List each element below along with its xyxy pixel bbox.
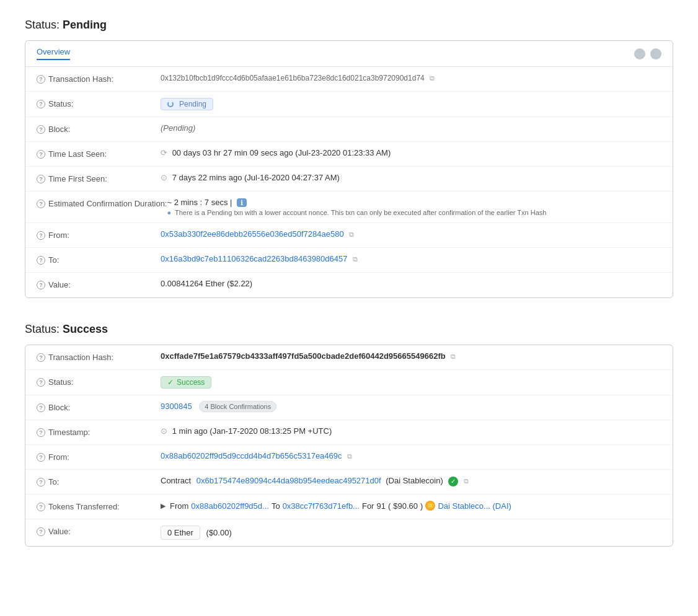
row-timestamp-success: ? Timestamp: ⊙ 1 min ago (Jan-17-2020 08… <box>25 420 673 445</box>
pending-dot-icon <box>167 101 174 107</box>
value-value-success: 0 Ether ($0.00) <box>161 526 661 540</box>
row-status-pending: ? Status: Pending <box>25 92 673 117</box>
from-address-link-pending[interactable]: 0x53ab330f2ee86debb26556e036ed50f7284ae5… <box>161 229 344 239</box>
question-icon: ? <box>37 100 45 108</box>
question-icon: ? <box>37 150 45 159</box>
row-estimated-confirmation: ? Estimated Confirmation Duration: ~ 2 m… <box>25 191 673 223</box>
row-value-pending: ? Value: 0.00841264 Ether ($2.22) <box>25 273 673 297</box>
copy-icon-to-pending[interactable]: ⧉ <box>353 255 358 263</box>
value-status-pending: Pending <box>161 98 661 110</box>
confirmation-note: ● There is a Pending txn with a lower ac… <box>167 209 661 216</box>
success-card: ? Transaction Hash: 0xcffade7f5e1a67579c… <box>25 345 673 547</box>
tab-overview-pending[interactable]: Overview <box>37 47 70 60</box>
header-icons-pending <box>634 48 661 59</box>
question-icon: ? <box>37 353 45 362</box>
label-value-pending: ? Value: <box>37 279 161 289</box>
question-icon: ? <box>37 125 45 134</box>
value-value-pending: 0.00841264 Ether ($2.22) <box>161 279 661 288</box>
label-to-pending: ? To: <box>37 254 161 265</box>
arrow-icon: ▶ <box>161 502 166 510</box>
to-address-link-pending[interactable]: 0x16a3bd9c7eb11106326cad2263bd8463980d64… <box>161 254 347 263</box>
value-time-first-seen: ⊙ 7 days 22 mins ago (Jul-16-2020 04:27:… <box>161 173 661 182</box>
question-icon: ? <box>37 503 45 511</box>
tokens-row: ▶ From 0x88ab60202ff9d5d... To 0x38cc7f7… <box>161 501 661 511</box>
label-status-pending: ? Status: <box>37 98 161 108</box>
question-icon: ? <box>37 231 45 240</box>
value-transaction-hash-pending: 0x132b10fbcb1d9fccc4d6b05afaae1e61b6ba72… <box>161 73 661 82</box>
label-time-first-seen: ? Time First Seen: <box>37 173 161 183</box>
circle-icon-1 <box>634 48 645 59</box>
row-to-success: ? To: Contract 0x6b175474e89094c44da98b9… <box>25 470 673 495</box>
value-timestamp-success: ⊙ 1 min ago (Jan-17-2020 08:13:25 PM +UT… <box>161 426 661 436</box>
value-from-success: 0x88ab60202ff9d5d9ccdd4b4d7b656c5317ea46… <box>161 451 661 460</box>
value-time-last-seen: ⟳ 00 days 03 hr 27 min 09 secs ago (Jul-… <box>161 148 661 157</box>
label-tokens-transferred: ? Tokens Transferred: <box>37 501 161 511</box>
row-transaction-hash-pending: ? Transaction Hash: 0x132b10fbcb1d9fccc4… <box>25 67 673 92</box>
row-tokens-transferred: ? Tokens Transferred: ▶ From 0x88ab60202… <box>25 495 673 519</box>
copy-icon-to-success[interactable]: ⧉ <box>464 477 469 485</box>
tokens-to-link[interactable]: 0x38cc7f763d71efb... <box>283 501 360 511</box>
copy-icon-txhash-pending[interactable]: ⧉ <box>430 74 435 82</box>
label-block-pending: ? Block: <box>37 123 161 134</box>
ether-value-box: 0 Ether <box>161 526 200 540</box>
status-badge-success: ✓ Success <box>161 376 211 389</box>
row-value-success: ? Value: 0 Ether ($0.00) <box>25 519 673 546</box>
value-block-success: 9300845 4 Block Confirmations <box>161 402 661 411</box>
value-from-pending: 0x53ab330f2ee86debb26556e036ed50f7284ae5… <box>161 229 661 239</box>
value-transaction-hash-success: 0xcffade7f5e1a67579cb4333aff497fd5a500cb… <box>161 351 661 361</box>
confirmations-badge: 4 Block Confirmations <box>199 401 276 412</box>
contract-address-link[interactable]: 0x6b175474e89094c44da98b954eedeac495271d… <box>197 476 381 485</box>
question-icon: ? <box>37 200 45 208</box>
value-estimated-confirmation: ~ 2 mins : 7 secs | ℹ ● There is a Pendi… <box>167 198 661 216</box>
label-from-pending: ? From: <box>37 229 161 240</box>
question-icon: ? <box>37 403 45 412</box>
label-status-success: ? Status: <box>37 376 161 387</box>
spinner-icon: ⟳ <box>161 148 167 157</box>
dai-token-link[interactable]: Dai Stableco... (DAI) <box>438 501 511 511</box>
row-from-success: ? From: 0x88ab60202ff9d5d9ccdd4b4d7b656c… <box>25 445 673 470</box>
row-block-success: ? Block: 9300845 4 Block Confirmations <box>25 395 673 420</box>
checkmark-icon: ✓ <box>167 378 174 387</box>
from-address-link-success[interactable]: 0x88ab60202ff9d5d9ccdd4b4d7b656c5317ea46… <box>161 451 342 460</box>
contract-verified-icon: ✓ <box>448 477 458 486</box>
block-number-link[interactable]: 9300845 <box>161 402 192 411</box>
confirmation-info-badge: ℹ <box>237 198 247 207</box>
question-icon: ? <box>37 378 45 387</box>
label-to-success: ? To: <box>37 476 161 486</box>
label-estimated-confirmation: ? Estimated Confirmation Duration: <box>37 198 167 208</box>
label-transaction-hash-success: ? Transaction Hash: <box>37 351 161 362</box>
label-value-success: ? Value: <box>37 526 161 536</box>
copy-icon-from-pending[interactable]: ⧉ <box>349 231 354 239</box>
pending-section-title: Status: Pending <box>25 19 673 32</box>
dai-token-icon: 🪙 <box>425 501 435 511</box>
pending-card: Overview ? Transaction Hash: 0x132b10fbc… <box>25 40 673 298</box>
value-to-success: Contract 0x6b175474e89094c44da98b954eede… <box>161 476 661 486</box>
row-from-pending: ? From: 0x53ab330f2ee86debb26556e036ed50… <box>25 223 673 248</box>
row-time-first-seen: ? Time First Seen: ⊙ 7 days 22 mins ago … <box>25 167 673 191</box>
label-block-success: ? Block: <box>37 402 161 412</box>
row-transaction-hash-success: ? Transaction Hash: 0xcffade7f5e1a67579c… <box>25 345 673 370</box>
row-block-pending: ? Block: (Pending) <box>25 117 673 142</box>
value-tokens-transferred: ▶ From 0x88ab60202ff9d5d... To 0x38cc7f7… <box>161 501 661 511</box>
value-status-success: ✓ Success <box>161 376 661 389</box>
card-header-pending: Overview <box>25 41 673 67</box>
question-icon: ? <box>37 175 45 183</box>
label-time-last-seen: ? Time Last Seen: <box>37 148 161 159</box>
question-icon: ? <box>37 256 45 265</box>
question-icon: ? <box>37 75 45 84</box>
circle-icon-2 <box>650 48 661 59</box>
question-icon: ? <box>37 281 45 289</box>
row-time-last-seen: ? Time Last Seen: ⟳ 00 days 03 hr 27 min… <box>25 142 673 167</box>
success-section-title: Status: Success <box>25 323 673 336</box>
tokens-from-link[interactable]: 0x88ab60202ff9d5d... <box>191 501 269 511</box>
row-to-pending: ? To: 0x16a3bd9c7eb11106326cad2263bd8463… <box>25 248 673 273</box>
label-from-success: ? From: <box>37 451 161 462</box>
clock-icon-success: ⊙ <box>161 426 167 436</box>
clock-icon: ⊙ <box>161 173 167 182</box>
value-to-pending: 0x16a3bd9c7eb11106326cad2263bd8463980d64… <box>161 254 661 263</box>
row-status-success: ? Status: ✓ Success <box>25 370 673 395</box>
value-block-pending: (Pending) <box>161 123 661 133</box>
copy-icon-from-success[interactable]: ⧉ <box>347 452 352 460</box>
copy-icon-txhash-success[interactable]: ⧉ <box>451 353 456 361</box>
status-badge-pending: Pending <box>161 98 213 110</box>
